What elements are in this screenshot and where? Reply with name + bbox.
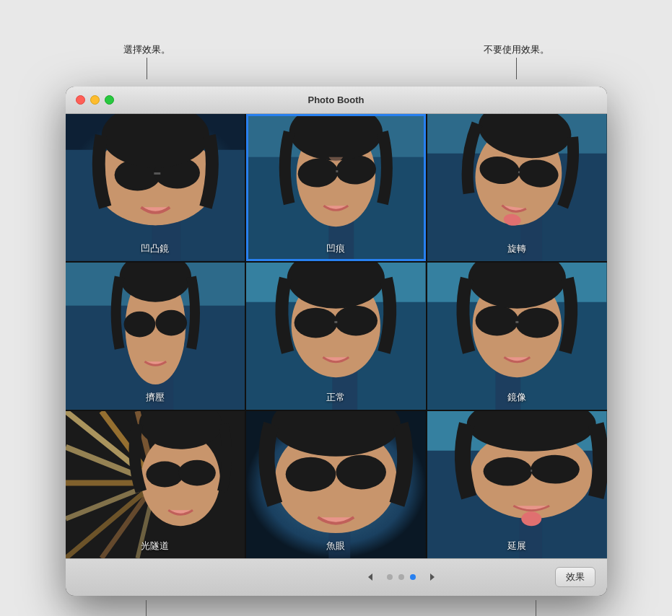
nav-dot-1[interactable] — [387, 574, 393, 580]
effect-label-squeeze: 擠壓 — [66, 391, 245, 404]
annotation-select-effect: 選擇效果。 — [123, 43, 170, 79]
maximize-button[interactable] — [105, 95, 114, 105]
effect-cell-tunnel[interactable]: 光隧道 — [66, 411, 245, 558]
svg-point-38 — [294, 308, 338, 338]
svg-point-30 — [123, 312, 155, 338]
svg-point-39 — [335, 306, 378, 336]
minimize-button[interactable] — [90, 95, 100, 105]
svg-point-31 — [155, 310, 187, 336]
svg-point-46 — [515, 308, 559, 338]
bottom-annotations: 瀏覽或在效果之間移動。 按一下來顯示效果。 — [66, 596, 607, 616]
effect-cell-mirror[interactable]: 鏡像 — [427, 263, 607, 410]
effect-cell-stretch[interactable]: 延展 — [427, 411, 607, 558]
top-annotations: 選擇效果。 不要使用效果。 — [66, 43, 607, 84]
svg-point-79 — [521, 511, 541, 526]
effect-cell-dent[interactable]: 凹痕 — [246, 114, 426, 261]
effect-label-mirror: 鏡像 — [427, 391, 607, 404]
svg-point-76 — [531, 454, 580, 483]
effect-label-twist: 旋轉 — [427, 242, 607, 255]
svg-point-67 — [286, 457, 336, 491]
nav-next-button[interactable] — [423, 568, 442, 586]
effect-label-tunnel: 光隧道 — [66, 540, 245, 553]
svg-point-47 — [475, 306, 518, 336]
traffic-lights — [76, 95, 114, 105]
effect-cell-bulge[interactable]: 凹凸鏡 — [66, 114, 245, 261]
effect-label-stretch: 延展 — [427, 540, 607, 553]
nav-dots — [387, 574, 416, 580]
window-title: Photo Booth — [308, 94, 365, 105]
svg-point-68 — [336, 454, 386, 489]
effect-label-normal: 正常 — [246, 391, 426, 404]
annotation-browse: 瀏覽或在效果之間移動。 — [95, 600, 198, 616]
nav-dot-2[interactable] — [398, 574, 404, 580]
nav-prev-button[interactable] — [361, 568, 380, 586]
close-button[interactable] — [76, 95, 85, 105]
toolbar: 效果 — [66, 558, 607, 596]
effect-label-dent: 凹痕 — [246, 242, 426, 255]
svg-point-62 — [178, 459, 216, 485]
effect-cell-squeeze[interactable]: 擠壓 — [66, 263, 245, 410]
nav-dot-3[interactable] — [410, 574, 416, 580]
navigation-controls — [361, 568, 442, 586]
photo-booth-window: Photo Booth — [66, 87, 607, 596]
effect-cell-fisheye[interactable]: 魚眼 — [246, 411, 426, 558]
svg-point-75 — [483, 457, 532, 485]
effects-grid: 凹凸鏡 凹痕 — [66, 114, 607, 558]
effects-button[interactable]: 效果 — [555, 567, 595, 587]
effect-label-bulge: 凹凸鏡 — [66, 242, 245, 255]
svg-marker-80 — [368, 573, 372, 581]
svg-marker-81 — [430, 573, 435, 581]
annotation-no-effect: 不要使用效果。 — [484, 43, 549, 79]
effect-label-fisheye: 魚眼 — [246, 540, 426, 553]
svg-point-61 — [146, 461, 183, 487]
annotation-show-effects: 按一下來顯示效果。 — [494, 600, 578, 616]
titlebar: Photo Booth — [66, 87, 607, 114]
effect-cell-normal[interactable]: 正常 — [246, 263, 426, 410]
effect-cell-twist[interactable]: 旋轉 — [427, 114, 607, 261]
